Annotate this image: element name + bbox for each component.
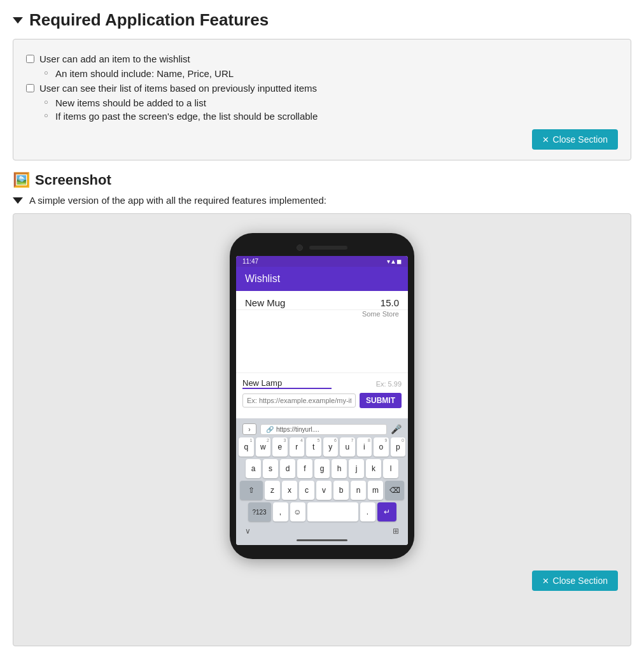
kb-key-e[interactable]: 3e xyxy=(272,437,288,457)
close-x-icon: ✕ xyxy=(542,135,549,145)
features-section: User can add an item to the wishlist An … xyxy=(13,39,631,160)
features-close-button[interactable]: ✕ Close Section xyxy=(532,129,618,150)
kb-key-u[interactable]: 7u xyxy=(340,437,355,457)
screenshot-subtitle: A simple version of the app with all the… xyxy=(13,195,631,206)
kb-key-m[interactable]: m xyxy=(368,481,383,500)
kb-key-l[interactable]: l xyxy=(383,459,398,478)
kb-key-q[interactable]: 1q xyxy=(239,437,254,457)
keyboard-mic-icon[interactable]: 🎤 xyxy=(391,424,402,434)
phone-speaker xyxy=(309,246,347,250)
app-input-row1: Ex: 5.99 xyxy=(242,378,402,389)
kb-key-b[interactable]: b xyxy=(333,481,349,500)
kb-backspace-key[interactable]: ⌫ xyxy=(385,481,404,500)
sub-item-2-2: If items go past the screen's edge, the … xyxy=(44,111,618,122)
feature-sublist-2: New items should be added to a list If i… xyxy=(44,97,618,122)
kb-key-a[interactable]: a xyxy=(246,459,261,478)
kb-nav-down[interactable]: ∨ xyxy=(245,527,251,535)
kb-key-p[interactable]: 0p xyxy=(391,437,406,457)
feature-checkbox-2[interactable] xyxy=(26,84,34,92)
feature-label-1: User can add an item to the wishlist xyxy=(39,53,190,64)
wishlist-item-price: 15.0 xyxy=(381,297,399,308)
content-spacer xyxy=(236,322,408,372)
keyboard-url-bar: 🔗 https://tinyurl.... xyxy=(260,424,387,435)
keyboard-top-bar: › 🔗 https://tinyurl.... 🎤 xyxy=(239,422,405,437)
screenshot-close-x-icon: ✕ xyxy=(542,576,549,586)
feature-checkbox-1[interactable] xyxy=(26,55,34,63)
kb-space-key[interactable] xyxy=(307,502,358,521)
kb-key-c[interactable]: c xyxy=(299,481,314,500)
kb-key-o[interactable]: 9o xyxy=(374,437,389,457)
subtitle-collapse-icon xyxy=(13,197,23,204)
kb-row-zxcvbnm: ⇧ z x c v b n m ⌫ xyxy=(239,481,405,500)
screenshot-box: 11:47 ▾▲◼ Wishlist New Mug 15.0 Some Sto… xyxy=(13,213,631,646)
app-keyboard: › 🔗 https://tinyurl.... 🎤 1q 2w 3e 4r 5t… xyxy=(236,418,408,545)
kb-key-s[interactable]: s xyxy=(263,459,278,478)
phone-screen: 11:47 ▾▲◼ Wishlist New Mug 15.0 Some Sto… xyxy=(236,256,408,545)
wishlist-item-store: Some Store xyxy=(236,310,408,322)
app-input-area: Ex: 5.99 SUBMIT xyxy=(236,372,408,412)
kb-key-f[interactable]: f xyxy=(297,459,312,478)
kb-key-i[interactable]: 8i xyxy=(357,437,372,457)
link-icon: 🔗 xyxy=(266,426,274,433)
app-name-input[interactable] xyxy=(242,378,332,389)
app-content: New Mug 15.0 Some Store Ex: 5.99 SUBMIT xyxy=(236,291,408,418)
kb-key-g[interactable]: g xyxy=(314,459,330,478)
app-title: Wishlist xyxy=(245,273,280,284)
kb-key-k[interactable]: k xyxy=(366,459,381,478)
phone-home-indicator xyxy=(239,537,405,542)
kb-key-t[interactable]: 5t xyxy=(306,437,321,457)
status-time: 11:47 xyxy=(242,258,258,265)
phone-chin xyxy=(236,545,408,551)
app-status-bar: 11:47 ▾▲◼ xyxy=(236,256,408,267)
kb-key-z[interactable]: z xyxy=(265,481,280,500)
kb-key-x[interactable]: x xyxy=(282,481,297,500)
app-toolbar: Wishlist xyxy=(236,267,408,291)
keyboard-url-text: https://tinyurl.... xyxy=(276,426,319,433)
phone-top-bar xyxy=(236,241,408,256)
kb-row-qwerty: 1q 2w 3e 4r 5t 6y 7u 8i 9o 0p xyxy=(239,437,405,457)
kb-enter-key[interactable]: ↵ xyxy=(377,502,396,521)
kb-key-j[interactable]: j xyxy=(349,459,364,478)
app-submit-button[interactable]: SUBMIT xyxy=(360,393,402,408)
kb-emoji-key[interactable]: ☺ xyxy=(290,502,305,521)
kb-key-y[interactable]: 6y xyxy=(323,437,339,457)
kb-key-r[interactable]: 4r xyxy=(290,437,305,457)
feature-sublist-1: An item should include: Name, Price, URL xyxy=(44,68,618,79)
screenshot-close-button[interactable]: ✕ Close Section xyxy=(532,570,618,591)
keyboard-back-btn[interactable]: › xyxy=(242,423,256,435)
phone-home-bar xyxy=(297,539,347,541)
kb-key-n[interactable]: n xyxy=(351,481,366,500)
feature-item-1: User can add an item to the wishlist xyxy=(26,53,618,64)
sub-item-1-1: An item should include: Name, Price, URL xyxy=(44,68,618,79)
app-input-row2: SUBMIT xyxy=(242,393,402,408)
kb-key-d[interactable]: d xyxy=(280,459,295,478)
kb-row-bottom: ?123 , ☺ . ↵ xyxy=(239,502,405,521)
kb-shift-key[interactable]: ⇧ xyxy=(240,481,263,500)
app-price-placeholder: Ex: 5.99 xyxy=(376,380,402,388)
wishlist-item: New Mug 15.0 xyxy=(236,291,408,310)
screenshot-icon: 🖼️ xyxy=(13,172,30,188)
kb-period-key[interactable]: . xyxy=(360,502,375,521)
status-icons: ▾▲◼ xyxy=(387,258,402,265)
collapse-icon xyxy=(13,17,23,24)
features-close-btn-row: ✕ Close Section xyxy=(26,129,618,150)
kb-numbers-key[interactable]: ?123 xyxy=(248,502,271,521)
kb-key-h[interactable]: h xyxy=(332,459,347,478)
screenshot-close-btn-row: ✕ Close Section xyxy=(26,570,618,591)
phone-mockup: 11:47 ▾▲◼ Wishlist New Mug 15.0 Some Sto… xyxy=(230,233,414,559)
keyboard-bottom-nav: ∨ ⊞ xyxy=(239,524,405,537)
sub-item-2-1: New items should be added to a list xyxy=(44,97,618,108)
kb-comma-key[interactable]: , xyxy=(273,502,288,521)
screenshot-heading: 🖼️ Screenshot xyxy=(13,172,631,188)
kb-key-v[interactable]: v xyxy=(316,481,332,500)
wishlist-item-name: New Mug xyxy=(245,297,285,308)
kb-key-w[interactable]: 2w xyxy=(256,437,271,457)
app-url-input[interactable] xyxy=(242,393,356,408)
kb-nav-grid[interactable]: ⊞ xyxy=(393,527,399,535)
feature-label-2: User can see their list of items based o… xyxy=(39,83,317,94)
feature-item-2: User can see their list of items based o… xyxy=(26,83,618,94)
kb-row-asdf: a s d f g h j k l xyxy=(239,459,405,478)
page-title: Required Application Features xyxy=(13,10,631,30)
phone-camera xyxy=(297,244,303,251)
